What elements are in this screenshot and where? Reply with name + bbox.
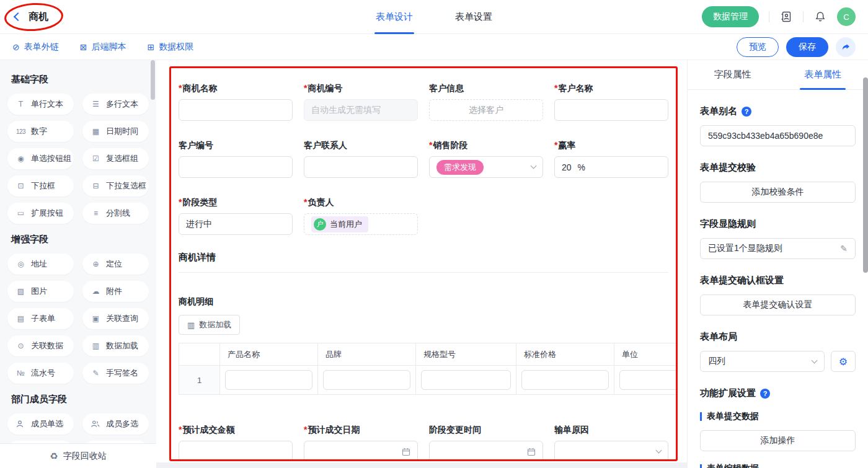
field-pill-related-data[interactable]: ⊙关联数据 (7, 335, 74, 356)
field-pill-subform[interactable]: ▤子表单 (7, 308, 74, 329)
help-icon[interactable]: ? (742, 107, 751, 117)
select-customer-button[interactable]: 选择客户 (429, 99, 543, 121)
customer-code-input[interactable] (179, 156, 293, 178)
field-pill-number[interactable]: 123数字 (7, 121, 74, 142)
multi-select-icon: ⊟ (91, 182, 101, 190)
layout-select[interactable]: 四列 (700, 351, 825, 372)
field-lost-reason[interactable]: 输单原因 (554, 425, 668, 461)
data-permission-button[interactable]: ⊞ 数据权限 (147, 42, 193, 53)
field-opportunity-name[interactable]: 商机名称 (179, 83, 293, 121)
section-visibility-rules: 字段显隐规则 已设置1个显隐规则 ✎ (700, 218, 856, 259)
stage-type-input[interactable]: 进行中 (179, 213, 293, 235)
field-pill-member-multi[interactable]: 成员多选 (82, 413, 149, 435)
field-stage-change-time[interactable]: 阶段变更时间 (429, 425, 543, 461)
standard-price-input[interactable] (521, 370, 609, 390)
header-unit: 单位 (614, 343, 678, 366)
address-book-icon[interactable] (779, 10, 793, 24)
field-opportunity-code[interactable]: 商机编号 自动生成无需填写 (304, 83, 418, 121)
edit-icon[interactable]: ✎ (840, 244, 848, 254)
field-pill-multi-select[interactable]: ⊟下拉复选框 (82, 175, 149, 196)
preview-button[interactable]: 预览 (737, 37, 779, 57)
tab-form-settings[interactable]: 表单设置 (455, 0, 492, 34)
data-manage-button[interactable]: 数据管理 (702, 6, 759, 27)
field-pill-divider[interactable]: ≡分割线 (82, 203, 149, 224)
user-avatar[interactable]: C (837, 7, 856, 26)
visibility-rules-box[interactable]: 已设置1个显隐规则 ✎ (700, 238, 856, 259)
field-expected-date[interactable]: 预计成交日期 (304, 425, 418, 461)
layout-settings-button[interactable]: ⚙ (831, 351, 856, 372)
lost-reason-select[interactable] (554, 441, 668, 461)
stage-change-time-input[interactable] (429, 441, 543, 461)
pill-label: 手写签名 (106, 368, 138, 379)
pen-icon: ✎ (91, 369, 101, 377)
field-owner[interactable]: 负责人 户 当前用户 (304, 197, 418, 235)
add-submit-action-button[interactable]: 添加操作 (700, 430, 856, 451)
field-pill-extend-button[interactable]: ▭扩展按钮 (7, 203, 74, 224)
help-icon[interactable]: ? (760, 389, 770, 399)
share-button[interactable] (836, 37, 856, 57)
product-name-input[interactable] (225, 370, 312, 390)
field-customer-contact[interactable]: 客户联系人 (304, 140, 418, 178)
opportunity-name-input[interactable] (179, 99, 293, 121)
field-pill-geolocation[interactable]: ⊕定位 (82, 254, 149, 275)
sidebar-scrollbar-thumb[interactable] (151, 60, 155, 100)
customer-name-input[interactable] (554, 99, 668, 121)
field-pill-radio-group[interactable]: ◉单选按钮组 (7, 148, 74, 169)
field-pill-signature[interactable]: ✎手写签名 (82, 363, 149, 384)
owner-picker[interactable]: 户 当前用户 (304, 213, 418, 235)
calendar-icon: ▦ (91, 127, 101, 136)
field-pill-serial-number[interactable]: №流水号 (7, 363, 74, 384)
current-user-tag: 户 当前用户 (311, 216, 368, 232)
field-customer-name[interactable]: 客户名称 (554, 83, 668, 121)
notification-bell-icon[interactable] (813, 10, 827, 24)
win-rate-input[interactable]: 20 % (554, 156, 668, 178)
back-navigation[interactable]: 商机 (12, 11, 48, 24)
field-pill-attachment[interactable]: ☁附件 (82, 281, 149, 302)
save-button[interactable]: 保存 (786, 37, 828, 57)
panel-scrollbar-thumb[interactable] (863, 77, 868, 273)
chevron-down-icon (531, 163, 537, 169)
field-customer-code[interactable]: 客户编号 (179, 140, 293, 178)
field-pill-checkbox-group[interactable]: ☑复选框组 (82, 148, 149, 169)
field-pill-image[interactable]: ▨图片 (7, 281, 74, 302)
pill-label: 下拉框 (31, 180, 55, 192)
field-customer-info[interactable]: 客户信息 选择客户 (429, 83, 543, 121)
form-row-2: 客户编号 客户联系人 销售阶段 需求发现 赢率 (179, 140, 668, 178)
tab-form-properties[interactable]: 表单属性 (778, 60, 868, 89)
field-pill-select[interactable]: ⊡下拉框 (7, 175, 74, 196)
form-alias-input[interactable]: 559c93cb433eb4a65b690e8e (700, 125, 856, 146)
sales-stage-select[interactable]: 需求发现 (429, 156, 543, 178)
field-sales-stage[interactable]: 销售阶段 需求发现 (429, 140, 543, 178)
field-expected-amount[interactable]: 预计成交金额 (179, 425, 293, 461)
customer-contact-input[interactable] (304, 156, 418, 178)
submit-confirm-button[interactable]: 表单提交确认设置 (700, 294, 856, 316)
field-recycle-bin[interactable]: ♻ 字段回收站 (0, 443, 156, 468)
field-pill-data-load[interactable]: ▥数据加载 (82, 335, 149, 356)
expected-amount-input[interactable] (179, 441, 293, 461)
external-link-button[interactable]: ⊘ 表单外链 (12, 42, 59, 53)
active-tab-indicator (800, 88, 846, 90)
back-chevron-icon[interactable] (14, 12, 22, 21)
submit-data-title: 表单提交数据 (707, 411, 759, 422)
link-icon: ⊘ (12, 42, 20, 52)
unit-cell (614, 366, 678, 394)
field-stage-type[interactable]: 阶段类型 进行中 (179, 197, 293, 235)
tab-form-design[interactable]: 表单设计 (376, 0, 413, 34)
field-pill-single-line-text[interactable]: T单行文本 (7, 94, 74, 115)
tab-field-properties[interactable]: 字段属性 (688, 60, 778, 89)
field-pill-member-single[interactable]: 成员单选 (7, 413, 74, 435)
field-win-rate[interactable]: 赢率 20 % (554, 140, 668, 178)
brand-input[interactable] (323, 370, 410, 390)
pill-label: 附件 (106, 286, 122, 297)
spec-model-input[interactable] (421, 370, 511, 390)
expected-date-input[interactable] (304, 441, 418, 461)
field-pill-address[interactable]: ◎地址 (7, 254, 74, 275)
data-load-button[interactable]: ▥ 数据加载 (179, 315, 240, 335)
submit-confirm-title: 表单提交确认框设置 (700, 275, 856, 286)
field-pill-multi-line-text[interactable]: ☰多行文本 (82, 94, 149, 115)
backend-script-button[interactable]: ⊠ 后端脚本 (80, 42, 126, 53)
field-pill-lookup-query[interactable]: ▣关联查询 (82, 308, 149, 329)
add-validation-button[interactable]: 添加校验条件 (700, 182, 856, 203)
field-pill-datetime[interactable]: ▦日期时间 (82, 121, 149, 142)
unit-input[interactable] (619, 370, 678, 390)
